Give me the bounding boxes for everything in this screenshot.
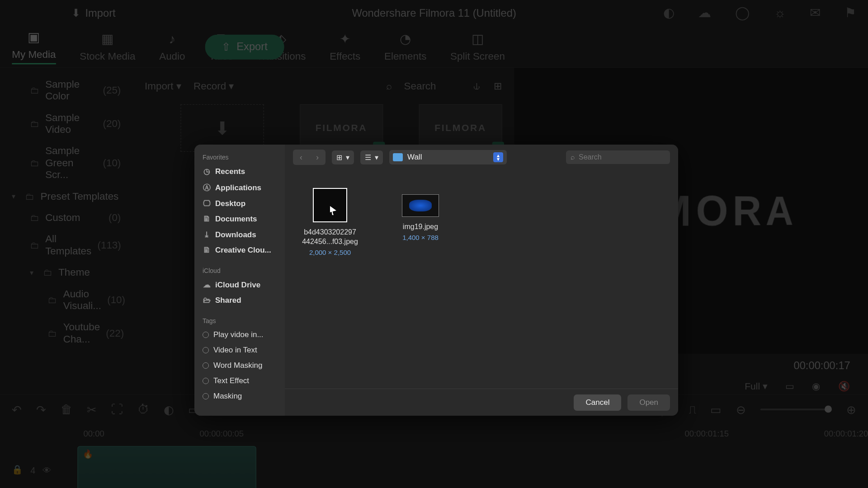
file-thumbnail <box>402 194 439 217</box>
item-label: Desktop <box>215 199 245 208</box>
icloud-shared[interactable]: 🗁Shared <box>194 293 285 308</box>
search-box[interactable]: ⌕ <box>566 150 670 164</box>
file-name: img19.jpeg <box>403 222 438 232</box>
file-list: b4d4303202297442456...f03.jpeg 2,000 × 2… <box>285 170 678 389</box>
item-label: iCloud Drive <box>215 281 260 290</box>
list-icon: ☰ <box>365 153 371 162</box>
tag-item[interactable]: Word Masking <box>194 358 285 373</box>
desktop-icon: 🖵 <box>203 199 211 208</box>
tag-dot-icon <box>203 378 209 384</box>
file-item-selected[interactable]: b4d4303202297442456...f03.jpeg 2,000 × 2… <box>298 188 362 256</box>
image-preview <box>409 200 432 211</box>
item-label: Downloads <box>215 230 256 239</box>
download-icon: ⤓ <box>203 230 211 239</box>
file-dialog-toolbar: ‹ › ⊞▾ ☰▾ Wall ▴▾ ⌕ <box>285 145 678 170</box>
clock-icon: ◷ <box>203 167 211 176</box>
sidebar-section-icloud: iCloud <box>194 264 285 277</box>
group-view-button[interactable]: ☰▾ <box>360 150 383 164</box>
tag-dot-icon <box>203 362 209 369</box>
tag-item[interactable]: Masking <box>194 389 285 404</box>
icon-view-button[interactable]: ⊞▾ <box>332 150 354 164</box>
open-file-dialog: Favorites ◷Recents ⒶApplications 🖵Deskto… <box>194 145 678 416</box>
nav-forward-button[interactable]: › <box>309 150 326 165</box>
favorites-downloads[interactable]: ⤓Downloads <box>194 227 285 243</box>
sidebar-section-tags: Tags <box>194 314 285 327</box>
file-dimensions: 1,400 × 788 <box>402 234 439 241</box>
sidebar-section-favorites: Favorites <box>194 151 285 164</box>
item-label: Creative Clou... <box>215 246 271 255</box>
favorites-recents[interactable]: ◷Recents <box>194 164 285 179</box>
tag-label: Text Effect <box>213 376 249 385</box>
file-dimensions: 2,000 × 2,500 <box>309 249 351 256</box>
file-icon: 🗎 <box>203 246 211 255</box>
file-thumbnail <box>313 188 347 222</box>
tag-label: Video in Text <box>213 346 257 355</box>
tag-dot-icon <box>203 332 209 338</box>
nav-back-button[interactable]: ‹ <box>293 150 309 165</box>
tag-item[interactable]: Video in Text <box>194 343 285 358</box>
tag-dot-icon <box>203 393 209 399</box>
favorites-creative-cloud[interactable]: 🗎Creative Clou... <box>194 243 285 258</box>
tag-label: Word Masking <box>213 361 262 370</box>
document-icon: 🗎 <box>203 215 211 224</box>
tag-dot-icon <box>203 347 209 353</box>
shared-icon: 🗁 <box>203 296 211 305</box>
tag-item[interactable]: Play vidoe in... <box>194 327 285 343</box>
grid-icon: ⊞ <box>336 153 342 162</box>
icloud-drive[interactable]: ☁iCloud Drive <box>194 277 285 293</box>
tag-label: Masking <box>213 392 242 401</box>
file-dialog-sidebar: Favorites ◷Recents ⒶApplications 🖵Deskto… <box>194 145 285 416</box>
chevron-down-icon: ▾ <box>375 153 378 162</box>
item-label: Applications <box>215 183 261 192</box>
folder-icon <box>393 153 403 161</box>
open-button[interactable]: Open <box>627 394 670 411</box>
tag-label: Play vidoe in... <box>213 330 264 339</box>
location-dropdown[interactable]: Wall ▴▾ <box>389 150 507 164</box>
location-label: Wall <box>407 153 489 162</box>
app-icon: Ⓐ <box>203 183 211 193</box>
item-label: Documents <box>215 215 257 224</box>
cancel-button[interactable]: Cancel <box>574 394 621 411</box>
file-dialog-main: ‹ › ⊞▾ ☰▾ Wall ▴▾ ⌕ b4d43032022974424 <box>285 145 678 416</box>
item-label: Shared <box>215 296 241 305</box>
file-item[interactable]: img19.jpeg 1,400 × 788 <box>389 188 452 241</box>
updown-arrows-icon: ▴▾ <box>493 152 503 162</box>
file-name: b4d4303202297442456...f03.jpeg <box>302 228 358 247</box>
favorites-documents[interactable]: 🗎Documents <box>194 211 285 227</box>
tag-item[interactable]: Text Effect <box>194 373 285 389</box>
favorites-applications[interactable]: ⒶApplications <box>194 179 285 196</box>
favorites-desktop[interactable]: 🖵Desktop <box>194 196 285 211</box>
search-input[interactable] <box>579 153 665 161</box>
cloud-icon: ☁ <box>203 280 211 290</box>
item-label: Recents <box>215 167 245 176</box>
mouse-cursor-icon <box>330 206 336 215</box>
search-icon: ⌕ <box>571 153 575 161</box>
file-dialog-footer: Cancel Open <box>285 389 678 416</box>
chevron-down-icon: ▾ <box>346 153 349 162</box>
